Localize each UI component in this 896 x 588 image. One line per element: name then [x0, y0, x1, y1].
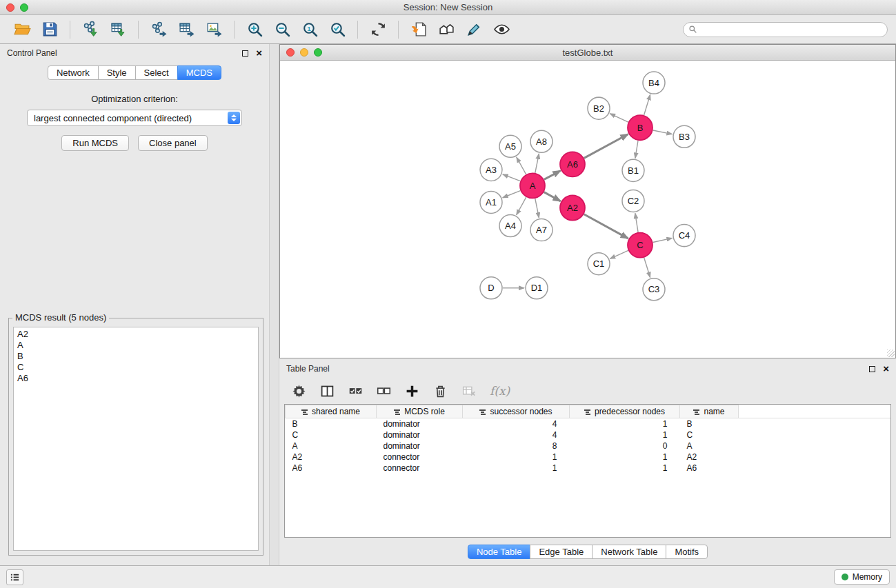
edge-A-A3[interactable] — [503, 174, 521, 181]
node-C3[interactable]: C3 — [643, 278, 665, 301]
float-panel-icon[interactable] — [242, 50, 248, 57]
export-network-button[interactable] — [147, 19, 170, 41]
mcds-result-item[interactable]: A2 — [17, 329, 255, 340]
select-all-columns-button[interactable] — [348, 384, 363, 398]
mcds-result-item[interactable]: A6 — [17, 373, 255, 384]
import-table-button[interactable] — [106, 19, 130, 41]
node-C2[interactable]: C2 — [622, 190, 644, 212]
edge-A-A7[interactable] — [535, 199, 539, 218]
node-B1[interactable]: B1 — [622, 159, 644, 181]
node-B4[interactable]: B4 — [643, 72, 665, 94]
panel-divider[interactable] — [269, 44, 279, 565]
deselect-all-columns-button[interactable] — [377, 384, 391, 398]
tab-style[interactable]: Style — [98, 65, 136, 80]
tab-network-table[interactable]: Network Table — [592, 545, 666, 559]
column-header-shared-name[interactable]: shared name — [286, 405, 377, 418]
edge-B-B1[interactable] — [635, 141, 638, 158]
table-row[interactable]: Cdominator41C — [286, 429, 891, 440]
node-C4[interactable]: C4 — [673, 225, 695, 247]
node-A3[interactable]: A3 — [480, 159, 502, 181]
node-A5[interactable]: A5 — [499, 135, 521, 157]
import-network-button[interactable] — [79, 19, 102, 41]
edge-A-A1[interactable] — [503, 191, 521, 198]
export-table-button[interactable] — [175, 19, 198, 41]
node-A[interactable]: A — [520, 173, 545, 198]
node-B[interactable]: B — [628, 115, 653, 140]
zoom-out-button[interactable] — [270, 19, 294, 41]
table-row[interactable]: A6connector11A6 — [286, 463, 891, 474]
close-panel-button[interactable]: Close panel — [138, 135, 208, 151]
show-columns-button[interactable] — [320, 384, 335, 398]
edge-A-A2[interactable] — [544, 192, 561, 201]
export-image-button[interactable] — [202, 19, 226, 41]
show-panels-button[interactable] — [6, 569, 23, 585]
node-B3[interactable]: B3 — [673, 125, 695, 148]
search-input[interactable] — [701, 25, 882, 34]
zoom-selected-button[interactable] — [326, 19, 349, 41]
node-A8[interactable]: A8 — [530, 130, 552, 152]
node-D[interactable]: D — [480, 277, 502, 299]
save-session-button[interactable] — [38, 19, 61, 41]
node-A7[interactable]: A7 — [530, 219, 552, 241]
node-C[interactable]: C — [628, 233, 653, 258]
apply-style-button[interactable] — [462, 19, 486, 41]
mcds-result-item[interactable]: A — [17, 340, 255, 351]
edge-A-A4[interactable] — [517, 197, 526, 215]
zoom-fit-button[interactable]: 1 — [298, 19, 321, 41]
delete-column-button[interactable] — [433, 384, 448, 398]
mcds-result-item[interactable]: C — [17, 362, 255, 373]
table-panel-tabs: Node TableEdge TableNetwork TableMotifs — [279, 545, 896, 559]
run-mcds-button[interactable]: Run MCDS — [61, 135, 129, 151]
column-header-successor-nodes[interactable]: successor nodes — [463, 405, 570, 418]
edge-A2-C[interactable] — [584, 214, 628, 239]
tab-network[interactable]: Network — [48, 65, 99, 80]
open-file-button[interactable] — [10, 19, 34, 41]
node-A1[interactable]: A1 — [480, 191, 502, 213]
column-header-MCDS-role[interactable]: MCDS role — [377, 405, 463, 418]
network-canvas[interactable]: AA1A2A3A4A5A6A7A8BB1B2B3B4CC1C2C3C4DD1 — [280, 61, 895, 358]
node-C1[interactable]: C1 — [588, 253, 610, 275]
create-column-button[interactable] — [405, 384, 419, 398]
node-B2[interactable]: B2 — [588, 97, 610, 119]
column-header-name[interactable]: name — [680, 405, 739, 418]
column-header-predecessor-nodes[interactable]: predecessor nodes — [570, 405, 680, 418]
edge-A-A8[interactable] — [535, 154, 539, 173]
tab-mcds[interactable]: MCDS — [177, 65, 221, 80]
float-table-panel-icon[interactable] — [869, 366, 875, 372]
table-row[interactable]: Bdominator41B — [286, 418, 891, 429]
node-A4[interactable]: A4 — [499, 215, 521, 237]
edge-C-C1[interactable] — [610, 250, 628, 258]
toggle-details-button[interactable] — [490, 19, 513, 41]
edge-C-C3[interactable] — [644, 258, 650, 278]
tab-motifs[interactable]: Motifs — [666, 545, 708, 559]
function-builder-button[interactable]: f(x) — [490, 384, 510, 398]
table-row[interactable]: A2connector11A2 — [286, 452, 891, 463]
table-settings-button[interactable] — [292, 384, 306, 398]
window-resize-grip[interactable] — [887, 349, 895, 357]
edge-B-B2[interactable] — [610, 114, 628, 122]
node-A2[interactable]: A2 — [560, 195, 585, 220]
table-row[interactable]: Adominator80A — [286, 440, 891, 452]
network-overview-button[interactable] — [435, 19, 458, 41]
edge-B-B3[interactable] — [653, 130, 673, 134]
tab-select[interactable]: Select — [135, 65, 178, 80]
edge-A6-B[interactable] — [584, 134, 628, 159]
edge-C-C4[interactable] — [653, 238, 673, 242]
tab-node-table[interactable]: Node Table — [468, 545, 531, 559]
mcds-result-item[interactable]: B — [17, 351, 255, 362]
delete-table-button[interactable] — [461, 384, 476, 398]
open-network-file-button[interactable] — [407, 19, 430, 41]
close-panel-icon[interactable] — [256, 50, 262, 57]
optimization-criterion-select[interactable]: largest connected component (directed) — [27, 110, 242, 126]
refresh-layout-button[interactable] — [366, 19, 390, 41]
edge-A-A5[interactable] — [517, 157, 526, 174]
zoom-in-button[interactable] — [243, 19, 266, 41]
edge-B-B4[interactable] — [644, 94, 650, 115]
close-table-panel-icon[interactable] — [883, 365, 889, 372]
edge-A-A6[interactable] — [544, 171, 561, 180]
edge-C-C2[interactable] — [635, 213, 638, 232]
node-D1[interactable]: D1 — [526, 277, 548, 299]
tab-edge-table[interactable]: Edge Table — [530, 545, 593, 559]
node-A6[interactable]: A6 — [560, 152, 585, 176]
memory-button[interactable]: Memory — [834, 569, 890, 585]
